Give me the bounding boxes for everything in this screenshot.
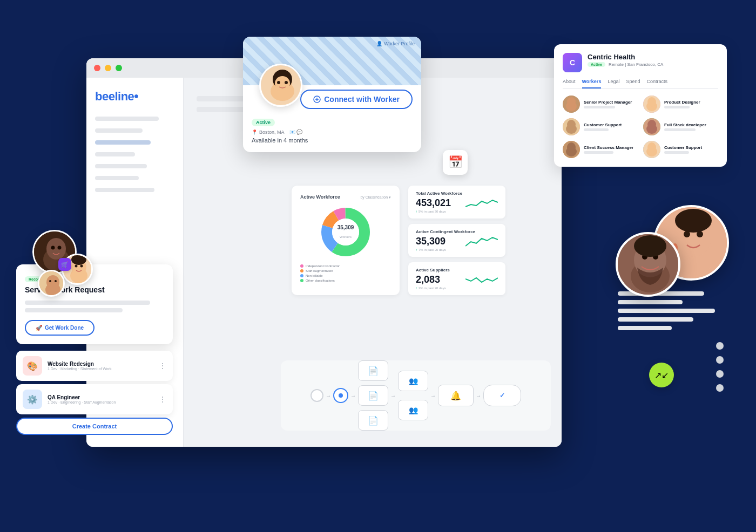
project-meta-1: 1 Dev · Marketing · Statement of Work xyxy=(48,367,153,371)
dashboard-section: Active Workforce by Classification ▾ xyxy=(292,186,505,295)
worker-entry-6: Customer Support xyxy=(643,141,718,158)
project-card-2: ⚙️ QA Engineer 1 Dev · Engineering · Sta… xyxy=(16,384,173,414)
company-location: Remote | San Francisco, CA xyxy=(609,62,663,67)
project-icon-1: 🎨 xyxy=(23,356,42,376)
sidebar-item[interactable] xyxy=(95,176,139,180)
right-circles xyxy=(716,342,724,392)
project-more-2[interactable]: ⋮ xyxy=(159,395,166,404)
sidebar-item[interactable] xyxy=(95,117,159,121)
donut-chart: 35,309 Workers xyxy=(319,205,373,259)
beeline-logo: beeline• xyxy=(95,88,174,104)
worker-avatar-2 xyxy=(643,96,660,113)
stat-card-contingent: Active Contingent Workforce 35,309 ↑ 7% … xyxy=(408,224,505,257)
svg-point-40 xyxy=(647,120,656,129)
worker-profile-card: 👤 Worker Profile C xyxy=(243,37,421,152)
tab-legal[interactable]: Legal xyxy=(608,79,619,88)
connect-with-worker-button[interactable]: Connect with Worker xyxy=(300,90,413,109)
avatar-person-3 xyxy=(38,270,65,297)
project-icon-2: ⚙️ xyxy=(23,390,42,409)
sidebar-item[interactable] xyxy=(95,128,143,133)
stat-value-contingent: 35,309 xyxy=(416,236,446,247)
wf-end-node: ✓ xyxy=(483,385,521,406)
tab-workers[interactable]: Workers xyxy=(582,79,602,88)
stat-label-suppliers: Active Suppliers xyxy=(416,268,498,272)
worker-role-3: Customer Support xyxy=(584,122,622,127)
company-status-row: Active Remote | San Francisco, CA xyxy=(588,62,663,67)
svg-point-28 xyxy=(55,280,57,282)
worker-entry-2: Product Designer xyxy=(643,96,718,113)
project-list: 🎨 Website Redesign 1 Dev · Marketing · S… xyxy=(16,351,173,414)
worker-avatar-4 xyxy=(643,118,660,135)
project-name-2: QA Engineer xyxy=(48,394,153,400)
donut-panel: Active Workforce by Classification ▾ xyxy=(292,186,400,295)
company-header: C Centric Health Active Remote | San Fra… xyxy=(563,53,718,72)
wf-node-3: 📄 xyxy=(358,410,388,431)
sidebar-item[interactable] xyxy=(95,152,135,156)
stat-card-total: Total Active Workforce 453,021 ↑ 5% in p… xyxy=(408,186,505,219)
profile-status-badge: Active xyxy=(252,119,275,126)
connect-area: Connect with Worker xyxy=(243,85,421,113)
sidebar-item[interactable] xyxy=(95,164,147,168)
worker-entry-3: Customer Support xyxy=(563,118,638,135)
worker-avatar-1 xyxy=(563,96,580,113)
company-logo: C xyxy=(563,53,582,72)
exchange-icon-button[interactable]: ↗↙ xyxy=(649,363,674,387)
project-card-1: 🎨 Website Redesign 1 Dev · Marketing · S… xyxy=(16,351,173,381)
company-active-badge: Active xyxy=(588,62,605,67)
sidebar-nav xyxy=(95,117,174,196)
wf-node-2: 📄 xyxy=(358,385,388,406)
svg-point-37 xyxy=(567,120,576,129)
wf-node-1: 📄 xyxy=(358,360,388,381)
svg-point-43 xyxy=(567,142,576,152)
main-scene: beeline• xyxy=(0,0,756,532)
tab-contracts[interactable]: Contracts xyxy=(646,79,667,88)
donut-filter[interactable]: by Classification ▾ xyxy=(360,195,391,200)
stat-change-contingent: ↑ 7% in past 30 days xyxy=(416,248,498,251)
svg-point-31 xyxy=(567,97,576,107)
get-work-done-button[interactable]: 🚀 Get Work Done xyxy=(25,320,94,336)
worker-avatar-6 xyxy=(643,141,660,158)
worker-role-4: Full Stack developer xyxy=(664,122,706,127)
stat-value-total: 453,021 xyxy=(416,197,451,209)
minimize-dot[interactable] xyxy=(105,65,111,71)
stat-change-suppliers: ↑ 2% in past 30 days xyxy=(416,287,498,290)
sidebar-item-active[interactable] xyxy=(95,140,151,145)
svg-point-27 xyxy=(49,280,51,282)
worker-role-5: Client Success Manager xyxy=(584,145,633,150)
donut-number: 35,309 xyxy=(338,224,354,230)
svg-point-11 xyxy=(285,81,288,84)
worker-entry-4: Full Stack developer xyxy=(643,118,718,135)
worker-role-2: Product Designer xyxy=(664,100,700,105)
worker-profile-label: 👤 Worker Profile xyxy=(376,41,415,46)
right-avatars xyxy=(599,205,734,313)
maximize-dot[interactable] xyxy=(116,65,122,71)
avatar-right-man xyxy=(616,232,680,297)
profile-availability: Available in 4 months xyxy=(252,137,413,144)
stat-label-contingent: Active Contingent Workforce xyxy=(416,229,498,234)
svg-point-10 xyxy=(277,81,280,84)
create-contract-button[interactable]: Create Contract xyxy=(16,418,173,435)
worker-avatar-5 xyxy=(563,141,580,158)
chart-legend: Independent Contractor Staff Augmentatio… xyxy=(300,264,391,282)
project-more-1[interactable]: ⋮ xyxy=(159,362,166,370)
company-tabs: About Workers Legal Spend Contracts xyxy=(563,79,718,89)
badge-icon: 🛒 xyxy=(58,258,71,271)
svg-point-46 xyxy=(647,142,656,152)
svg-point-52 xyxy=(675,209,712,233)
sidebar-item[interactable] xyxy=(95,188,154,192)
tab-about[interactable]: About xyxy=(563,79,576,88)
wf-circle-active xyxy=(333,388,348,403)
project-meta-2: 1 Dev · Engineering · Staff Augmentation xyxy=(48,400,153,404)
worker-entry-5: Client Success Manager xyxy=(563,141,638,158)
worker-role-1: Senior Project Manager xyxy=(584,100,632,105)
wf-node-4: 👥 xyxy=(398,371,428,391)
donut-sublabel: Workers xyxy=(340,235,352,238)
close-dot[interactable] xyxy=(94,65,100,71)
svg-point-26 xyxy=(46,275,59,289)
stat-change-total: ↑ 5% in past 30 days xyxy=(416,210,498,213)
company-name: Centric Health xyxy=(588,53,663,61)
worker-avatar-3 xyxy=(563,118,580,135)
calendar-float-icon[interactable]: 📅 xyxy=(443,150,468,175)
wf-bell-node: 🔔 xyxy=(438,385,474,406)
tab-spend[interactable]: Spend xyxy=(626,79,640,88)
